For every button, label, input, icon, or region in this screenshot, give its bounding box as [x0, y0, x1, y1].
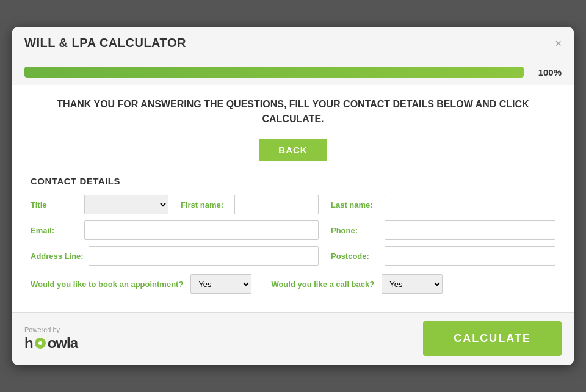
last-name-input[interactable] [385, 195, 555, 214]
contact-details-section: CONTACT DETAILS Title Mr Mrs Miss Ms Dr … [31, 176, 555, 294]
callback-label: Would you like a call back? [271, 280, 374, 289]
close-button[interactable]: × [555, 38, 562, 49]
calculator-modal: WILL & LPA CALCULATOR × 100% THANK YOU F… [12, 27, 574, 365]
modal-header: WILL & LPA CALCULATOR × [12, 27, 574, 59]
address-input[interactable] [89, 246, 319, 266]
appointment-label: Would you like to book an appointment? [31, 280, 183, 289]
dropdowns-row: Would you like to book an appointment? Y… [31, 274, 555, 294]
callback-select[interactable]: Yes No [382, 274, 443, 294]
phone-label: Phone: [331, 226, 380, 235]
first-name-input[interactable] [234, 195, 319, 214]
powered-by-text: Powered by [24, 326, 60, 333]
postcode-label: Postcode: [331, 252, 380, 261]
modal-footer: Powered by h owla CALCULATE [12, 312, 574, 365]
back-btn-container: BACK [31, 139, 555, 161]
email-label: Email: [31, 226, 79, 235]
powered-by-section: Powered by h owla [24, 326, 78, 352]
postcode-input[interactable] [385, 246, 555, 266]
postcode-row: Postcode: [331, 246, 555, 266]
last-name-label: Last name: [331, 200, 380, 209]
form-grid: Title Mr Mrs Miss Ms Dr First name: Last… [31, 195, 555, 294]
progress-fill [24, 67, 524, 78]
title-row: Title Mr Mrs Miss Ms Dr First name: [31, 195, 319, 214]
hoowla-owla: owla [48, 335, 78, 352]
modal-body: THANK YOU FOR ANSWERING THE QUESTIONS, F… [12, 85, 574, 312]
appointment-select[interactable]: Yes No [190, 274, 251, 294]
hoowla-h: h [24, 335, 33, 352]
back-button[interactable]: BACK [259, 139, 327, 161]
email-row: Email: [31, 220, 319, 240]
contact-section-title: CONTACT DETAILS [31, 176, 555, 186]
hoowla-logo: h owla [24, 335, 78, 352]
title-label: Title [31, 200, 79, 209]
progress-label: 100% [531, 67, 562, 78]
progress-track [24, 67, 524, 78]
hoowla-dot [35, 338, 46, 349]
calculate-button[interactable]: CALCULATE [423, 321, 562, 356]
last-name-row: Last name: [331, 195, 555, 214]
title-select[interactable]: Mr Mrs Miss Ms Dr [84, 195, 168, 214]
progress-bar-section: 100% [12, 59, 574, 85]
phone-row: Phone: [331, 220, 555, 240]
first-name-label: First name: [181, 200, 230, 209]
modal-title: WILL & LPA CALCULATOR [24, 36, 186, 50]
address-label: Address Line: [31, 252, 84, 261]
thank-you-message: THANK YOU FOR ANSWERING THE QUESTIONS, F… [31, 97, 555, 126]
phone-input[interactable] [385, 220, 555, 240]
email-input[interactable] [84, 220, 319, 240]
address-row: Address Line: [31, 246, 319, 266]
